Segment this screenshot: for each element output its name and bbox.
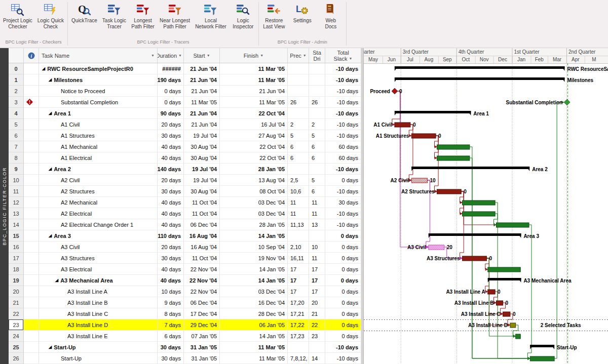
row-number[interactable]: 25 xyxy=(9,342,24,353)
settings-button[interactable]: LSettings xyxy=(288,1,317,24)
filter-arrow-icon[interactable]: ▼ xyxy=(260,54,263,57)
gantt-bar-critical[interactable] xyxy=(437,189,462,194)
table-row-10[interactable]: 10A2 Civil20 days19 Jul '0413 Aug '042,5… xyxy=(9,175,361,186)
gantt-bar-normal[interactable] xyxy=(497,223,529,227)
col-duration-header[interactable]: Duration ▼ xyxy=(158,48,184,63)
cell-task-name[interactable]: A1 Electrical xyxy=(39,152,158,164)
row-number[interactable]: 24 xyxy=(9,331,24,342)
cell-task-name[interactable]: ◢Area 3 xyxy=(39,230,158,241)
table-row-5[interactable]: 5A1 Civil20 days21 Jun '0416 Jul '0422-1… xyxy=(9,119,361,130)
cell-task-name[interactable]: A1 Civil xyxy=(39,119,158,130)
row-number[interactable]: 19 xyxy=(9,275,24,286)
table-row-0[interactable]: 0◢RWC ResourceSampleProjectR0######21 Ju… xyxy=(9,63,361,74)
row-number[interactable]: 21 xyxy=(9,297,24,308)
gantt-bar-critical[interactable] xyxy=(497,301,503,305)
table-row-1[interactable]: 1◢Milestones190 days21 Jun '0411 Mar '05… xyxy=(9,74,361,86)
cell-task-name[interactable]: A1 Mechanical xyxy=(39,141,158,152)
row-number[interactable]: 3 xyxy=(9,97,24,108)
table-row-23[interactable]: 23A3 Install Line D7 days29 Dec '0406 Ja… xyxy=(9,319,361,331)
cell-task-name[interactable]: ◢RWC ResourceSampleProjectR0 xyxy=(39,63,158,74)
col-start-header[interactable]: Start ▼ xyxy=(184,48,220,63)
table-row-7[interactable]: 7A1 Mechanical40 days30 Aug '0422 Oct '0… xyxy=(9,141,361,152)
row-number[interactable]: 9 xyxy=(9,164,24,175)
col-finish-header[interactable]: Finish ▼ xyxy=(220,48,288,63)
gantt-bar-critical[interactable] xyxy=(463,256,487,261)
cell-task-name[interactable]: A1 Structures xyxy=(39,130,158,141)
near-longest-path-filter-button[interactable]: Near LongestPath Filter xyxy=(157,1,193,29)
expand-triangle-icon[interactable]: ◢ xyxy=(55,278,58,282)
project-logic-checker-button[interactable]: Project LogicChecker xyxy=(1,1,35,29)
expand-triangle-icon[interactable]: ◢ xyxy=(42,66,45,71)
table-row-8[interactable]: 8A1 Electrical40 days30 Aug '0422 Oct '0… xyxy=(9,152,361,164)
cell-task-name[interactable]: A3 Install Line C xyxy=(39,308,158,319)
expand-triangle-icon[interactable]: ◢ xyxy=(49,167,52,171)
filter-arrow-icon[interactable]: ▼ xyxy=(349,56,352,62)
gantt-bar-critical[interactable] xyxy=(488,290,495,294)
gantt-bar-critical[interactable] xyxy=(503,312,510,316)
row-number[interactable]: 8 xyxy=(9,152,24,164)
table-row-19[interactable]: 19◢A3 Mechanical Area40 days22 Nov '0414… xyxy=(9,275,361,286)
gantt-bar-normal[interactable] xyxy=(437,156,470,160)
cell-task-name[interactable]: ◢Area 1 xyxy=(39,108,158,119)
expand-triangle-icon[interactable]: ◢ xyxy=(49,345,52,349)
cell-task-name[interactable]: A3 Install Line E xyxy=(39,331,158,342)
row-number[interactable]: 5 xyxy=(9,119,24,130)
cell-task-name[interactable]: Start-Up xyxy=(39,353,158,364)
cell-task-name[interactable]: A3 Install Line D xyxy=(39,319,158,331)
expand-triangle-icon[interactable]: ◢ xyxy=(49,111,52,115)
row-number[interactable]: 18 xyxy=(9,264,24,275)
filter-arrow-icon[interactable]: ▼ xyxy=(207,54,210,57)
row-number[interactable]: 14 xyxy=(9,219,24,230)
cell-task-name[interactable]: A2 Electrical Change Order 1 xyxy=(39,219,158,230)
table-row-20[interactable]: 20A3 Install Line A10 days22 Nov '0403 D… xyxy=(9,286,361,297)
expand-triangle-icon[interactable]: ◢ xyxy=(49,77,52,82)
gantt-bar-normal[interactable] xyxy=(463,200,496,205)
cell-task-name[interactable]: A2 Structures xyxy=(39,186,158,197)
col-info-header[interactable]: i xyxy=(24,48,39,63)
row-number[interactable]: 13 xyxy=(9,208,24,219)
longest-path-filter-button[interactable]: LongestPath Filter xyxy=(129,1,157,29)
table-row-21[interactable]: 21A3 Install Line B9 days06 Dec '0416 De… xyxy=(9,297,361,308)
table-row-11[interactable]: 11A2 Structures30 days30 Aug '0408 Oct '… xyxy=(9,186,361,197)
table-row-6[interactable]: 6A1 Structures30 days19 Jul '0427 Aug '0… xyxy=(9,130,361,141)
table-row-2[interactable]: 2Notice to Proceed0 days21 Jun '0421 Jun… xyxy=(9,86,361,97)
table-row-4[interactable]: 4◢Area 190 days21 Jun '0422 Oct '04-10 d… xyxy=(9,108,361,119)
cell-task-name[interactable]: A3 Electrical xyxy=(39,264,158,275)
gantt-bar-nearcrit[interactable] xyxy=(411,178,427,183)
row-number[interactable]: 15 xyxy=(9,230,24,241)
table-row-13[interactable]: 13A2 Electrical40 days11 Oct '0403 Dec '… xyxy=(9,208,361,219)
filter-arrow-icon[interactable]: ▼ xyxy=(303,54,307,57)
cell-task-name[interactable]: ◢Start-Up xyxy=(39,342,158,353)
table-row-9[interactable]: 9◢Area 2140 days19 Jul '0428 Jan '05-10 … xyxy=(9,164,361,175)
row-number[interactable]: 6 xyxy=(9,130,24,141)
gantt-bar-normal[interactable] xyxy=(530,356,554,361)
cell-task-name[interactable]: ◢Milestones xyxy=(39,74,158,86)
table-row-18[interactable]: 18A3 Electrical40 days22 Nov '0414 Jan '… xyxy=(9,264,361,275)
cell-task-name[interactable]: Notice to Proceed xyxy=(39,86,158,97)
cell-task-name[interactable]: A2 Electrical xyxy=(39,208,158,219)
gantt-bar-critical[interactable] xyxy=(395,123,410,127)
row-number[interactable]: 1 xyxy=(9,74,24,86)
cell-task-name[interactable]: Substantial Completion xyxy=(39,97,158,108)
cell-task-name[interactable]: A3 Install Line B xyxy=(39,297,158,308)
table-row-24[interactable]: 24A3 Install Line E6 days07 Jan '0514 Ja… xyxy=(9,331,361,342)
restore-last-view-button[interactable]: RestoreLast View xyxy=(260,1,288,29)
gantt-bar-normal[interactable] xyxy=(488,267,520,272)
row-number[interactable]: 22 xyxy=(9,308,24,319)
row-number[interactable]: 17 xyxy=(9,253,24,264)
row-number[interactable]: 4 xyxy=(9,108,24,119)
table-row-17[interactable]: 17A3 Structures30 days11 Oct '0419 Nov '… xyxy=(9,253,361,264)
table-row-15[interactable]: 15◢Area 3110 days16 Aug '0414 Jan '050 d… xyxy=(9,230,361,241)
gantt-bar-normal[interactable] xyxy=(516,334,520,339)
cell-task-name[interactable]: A3 Install Line A xyxy=(39,286,158,297)
table-row-22[interactable]: 22A3 Install Line C8 days17 Dec '0428 De… xyxy=(9,308,361,319)
row-number[interactable]: 2 xyxy=(9,86,24,97)
row-number[interactable]: 23 xyxy=(9,319,24,331)
row-number[interactable]: 10 xyxy=(9,175,24,186)
gantt-bar-pink[interactable] xyxy=(429,245,444,250)
row-number[interactable]: 7 xyxy=(9,141,24,152)
web-docs-button[interactable]: WebDocs xyxy=(317,1,345,29)
cell-task-name[interactable]: A2 Mechanical xyxy=(39,197,158,208)
table-row-3[interactable]: 3Substantial Completion0 days11 Mar '051… xyxy=(9,97,361,108)
cell-task-name[interactable]: ◢Area 2 xyxy=(39,164,158,175)
